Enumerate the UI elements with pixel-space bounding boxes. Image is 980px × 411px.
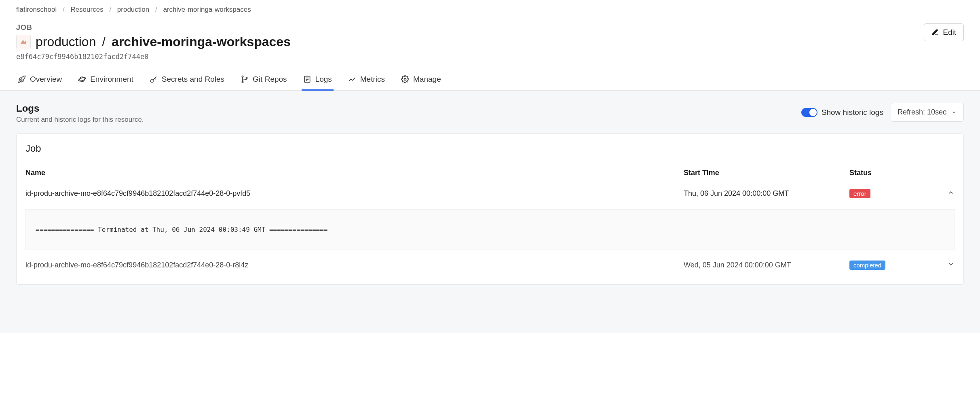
- breadcrumb: flatironschool / Resources / production …: [0, 0, 980, 19]
- gear-icon: [401, 75, 409, 83]
- status-badge: error: [849, 189, 870, 198]
- svg-point-4: [242, 76, 243, 77]
- tab-label: Secrets and Roles: [162, 75, 224, 84]
- tab-logs[interactable]: Logs: [302, 69, 334, 91]
- refresh-select[interactable]: Refresh: 10sec: [891, 103, 964, 122]
- historic-logs-toggle[interactable]: [801, 108, 817, 117]
- breadcrumb-separator: /: [63, 6, 65, 13]
- table-header: Name Start Time Status: [25, 163, 955, 183]
- metrics-icon: [348, 75, 356, 83]
- chevron-up-icon[interactable]: [947, 189, 955, 196]
- breadcrumb-separator: /: [109, 6, 111, 13]
- edit-button-label: Edit: [943, 28, 956, 37]
- svg-point-3: [150, 80, 153, 83]
- historic-logs-toggle-label: Show historic logs: [822, 108, 883, 117]
- column-header-start: Start Time: [684, 169, 849, 177]
- rocket-icon: [18, 75, 26, 83]
- planet-icon: [78, 75, 86, 83]
- key-icon: [150, 75, 158, 83]
- svg-point-6: [246, 77, 247, 78]
- tab-label: Environment: [90, 75, 133, 84]
- refresh-select-label: Refresh: 10sec: [898, 108, 946, 117]
- tab-label: Metrics: [360, 75, 385, 84]
- tab-label: Manage: [413, 75, 441, 84]
- tab-label: Logs: [315, 75, 332, 84]
- svg-point-2: [78, 77, 86, 82]
- tab-secrets[interactable]: Secrets and Roles: [148, 69, 226, 91]
- svg-point-11: [404, 78, 406, 81]
- table-row[interactable]: id-produ-archive-mo-e8f64c79cf9946b18210…: [25, 255, 955, 275]
- log-name: id-produ-archive-mo-e8f64c79cf9946b18210…: [25, 189, 684, 198]
- tab-metrics[interactable]: Metrics: [346, 69, 387, 91]
- title-prefix: production: [36, 34, 96, 49]
- tab-label: Overview: [30, 75, 62, 84]
- resource-type-label: JOB: [16, 23, 924, 32]
- breadcrumb-item[interactable]: flatironschool: [16, 6, 57, 13]
- breadcrumb-item[interactable]: Resources: [70, 6, 103, 13]
- chevron-down-icon[interactable]: [947, 261, 955, 268]
- logs-card: Job Name Start Time Status id-produ-arch…: [16, 133, 964, 285]
- page-title: production / archive-moringa-workspaces: [36, 34, 291, 49]
- title-name: archive-moringa-workspaces: [112, 34, 291, 49]
- log-start-time: Wed, 05 Jun 2024 00:00:00 GMT: [684, 261, 849, 269]
- edit-button[interactable]: Edit: [924, 23, 964, 41]
- tab-overview[interactable]: Overview: [16, 69, 63, 91]
- column-header-name: Name: [25, 169, 684, 177]
- table-row[interactable]: id-produ-archive-mo-e8f64c79cf9946b18210…: [25, 183, 955, 204]
- breadcrumb-separator: /: [155, 6, 157, 13]
- tab-label: Git Repos: [253, 75, 287, 84]
- column-header-status: Status: [849, 169, 938, 177]
- svg-marker-0: [21, 40, 26, 44]
- breadcrumb-item[interactable]: production: [117, 6, 149, 13]
- status-badge: completed: [849, 261, 885, 270]
- tabs: Overview Environment Secrets and Roles G…: [16, 69, 964, 90]
- svg-point-5: [242, 81, 243, 83]
- breadcrumb-item[interactable]: archive-moringa-workspaces: [163, 6, 251, 13]
- edit-icon: [931, 29, 939, 36]
- section-subheading: Current and historic logs for this resou…: [16, 116, 144, 124]
- card-title: Job: [25, 143, 955, 154]
- log-output: =============== Terminated at Thu, 06 Ju…: [25, 209, 955, 250]
- section-heading: Logs: [16, 103, 144, 114]
- chevron-down-icon: [951, 110, 957, 115]
- log-name: id-produ-archive-mo-e8f64c79cf9946b18210…: [25, 261, 684, 269]
- tab-environment[interactable]: Environment: [76, 69, 135, 91]
- logs-icon: [303, 75, 311, 83]
- git-branch-icon: [241, 75, 249, 83]
- tab-manage[interactable]: Manage: [399, 69, 443, 91]
- tab-gitrepos[interactable]: Git Repos: [239, 69, 288, 91]
- commit-hash: e8f64c79cf9946b182102facd2f744e0: [16, 53, 924, 61]
- log-start-time: Thu, 06 Jun 2024 00:00:00 GMT: [684, 189, 849, 198]
- job-icon: [16, 35, 31, 49]
